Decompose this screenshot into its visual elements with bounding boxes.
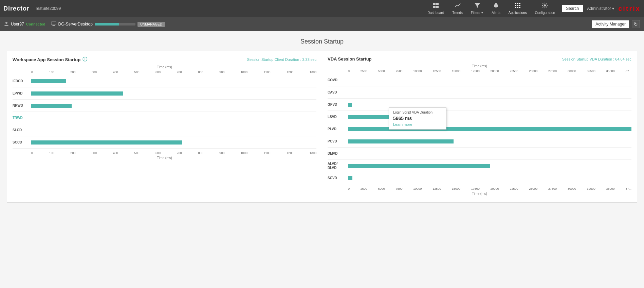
nav-configuration[interactable]: Configuration [535, 2, 555, 15]
row-label-cavd: CAVD [328, 90, 348, 94]
left-top-ticks: 0 100 200 300 400 500 600 700 800 900 10… [31, 70, 316, 74]
row-bar-alvd-dlvd [348, 164, 631, 168]
svg-rect-6 [515, 3, 516, 4]
table-row: DMVD [328, 148, 631, 160]
svg-rect-11 [519, 5, 520, 6]
dashboard-icon [433, 2, 439, 10]
left-chart-area: Time (ms) 0 100 200 300 400 500 600 700 … [13, 65, 316, 160]
svg-rect-18 [53, 25, 55, 26]
row-bar-lpwd [31, 91, 316, 96]
applications-icon [515, 2, 521, 10]
username: User97 [11, 22, 24, 27]
main-content: Session Startup Workspace App Session St… [0, 31, 644, 288]
svg-rect-10 [517, 5, 518, 6]
page-title: Session Startup [7, 38, 637, 45]
right-top-ticks: 0 2500 5000 7500 10000 12500 15000 17500… [348, 69, 631, 73]
right-panel-title: VDA Session Startup [328, 56, 372, 62]
search-button[interactable]: Search [562, 5, 583, 12]
row-label-dmvd: DMVD [328, 152, 348, 155]
bar-alvd-dlvd [348, 164, 490, 168]
row-label-covd: COVD [328, 78, 348, 82]
bar-gpvd [348, 103, 352, 107]
right-chart-area: Time (ms) 0 2500 5000 7500 10000 12500 1… [328, 64, 631, 196]
left-info-icon[interactable]: ⓘ [82, 56, 87, 63]
bar-ifdcd [31, 79, 66, 83]
user-icon [4, 21, 9, 27]
nav-dashboard[interactable]: Dashboard [427, 2, 444, 15]
svg-rect-13 [517, 7, 518, 8]
row-label-lpwd: LPWD [13, 91, 31, 95]
right-axis-label: Time (ms) [328, 64, 631, 68]
tooltip-learn-more-link[interactable]: Learn more [393, 122, 442, 126]
row-label-sccd: SCCD [13, 140, 31, 144]
trends-icon [455, 2, 461, 10]
row-label-ifdcd: IFDCD [13, 79, 31, 83]
nav-alerts[interactable]: Alerts [492, 2, 500, 15]
row-bar-gpvd [348, 103, 631, 107]
citrix-logo: citrix [618, 5, 641, 13]
svg-rect-9 [515, 5, 516, 6]
table-row: PLVD [328, 123, 631, 135]
refresh-button[interactable]: ↻ [632, 20, 640, 28]
machine-info: DG-ServerDesktop UNMANAGED [51, 21, 165, 27]
right-panel: VDA Session Startup Session Startup VDA … [322, 51, 637, 202]
left-axis-label-bottom: Time (ms) [13, 156, 316, 160]
table-row: PCVD [328, 135, 631, 148]
monitor-icon [51, 21, 56, 27]
row-label-pcvd: PCVD [328, 139, 348, 143]
session-bar: User97 Connected DG-ServerDesktop UNMANA… [0, 17, 644, 31]
table-row: SCCD [13, 136, 316, 149]
table-row: ALVD/DLVD [328, 160, 631, 172]
left-axis-label: Time (ms) [13, 65, 316, 69]
svg-rect-0 [433, 3, 436, 5]
row-label-plvd: PLVD [328, 127, 348, 131]
configuration-icon [542, 2, 548, 10]
bar-lpwd [31, 91, 123, 96]
table-row: LPWD [13, 87, 316, 100]
svg-rect-14 [519, 7, 520, 8]
tooltip-title: Login Script VDA Duration [393, 111, 442, 114]
table-row: SCVD [328, 172, 631, 184]
row-bar-trwd [31, 116, 316, 120]
session-progress-bar [95, 23, 135, 26]
alerts-icon [493, 2, 499, 10]
svg-point-16 [5, 22, 7, 24]
table-row: NRWD [13, 100, 316, 112]
nav-applications[interactable]: Applications [509, 2, 527, 15]
unmanaged-badge: UNMANAGED [137, 22, 165, 27]
left-bottom-ticks: 0 100 200 300 400 500 600 700 800 900 10… [31, 151, 316, 155]
svg-rect-3 [436, 6, 439, 8]
nav-icons: Dashboard Trends Filters ▼ Alerts [427, 2, 555, 15]
row-bar-scvd [348, 176, 631, 180]
row-label-scvd: SCVD [328, 176, 348, 180]
table-row: CAVD [328, 86, 631, 99]
nav-trends[interactable]: Trends [452, 2, 463, 15]
charts-container: Workspace App Session Startup ⓘ Session … [7, 51, 637, 203]
tooltip-value: 5665 ms [393, 116, 442, 121]
admin-dropdown[interactable]: Administrator ▾ [587, 6, 614, 11]
left-panel: Workspace App Session Startup ⓘ Session … [7, 51, 322, 202]
bar-scvd [348, 176, 352, 180]
machine-name: DG-ServerDesktop [58, 22, 93, 27]
top-navigation: Director TestSite20099 Dashboard Trends … [0, 0, 644, 17]
right-axis-label-bottom: Time (ms) [328, 192, 631, 196]
row-label-trwd[interactable]: TRWD [13, 116, 31, 120]
row-label-nrwd: NRWD [13, 104, 31, 107]
lsvd-tooltip: Login Script VDA Duration 5665 ms Learn … [389, 107, 446, 130]
activity-manager-button[interactable]: Activity Manager [592, 20, 629, 28]
nav-filters[interactable]: Filters ▼ [471, 2, 483, 15]
table-row: COVD [328, 74, 631, 86]
brand-name: Director [3, 5, 30, 12]
left-panel-header: Workspace App Session Startup ⓘ Session … [13, 56, 316, 63]
left-panel-title: Workspace App Session Startup ⓘ [13, 56, 87, 63]
filters-icon [474, 2, 480, 10]
svg-rect-8 [519, 3, 520, 4]
session-progress-fill [95, 23, 119, 26]
svg-rect-19 [52, 26, 55, 26]
svg-rect-1 [436, 3, 439, 5]
left-duration-label: Session Startup Client Duration : 3.33 s… [247, 57, 316, 62]
row-bar-sccd [31, 140, 316, 145]
row-bar-covd [348, 78, 631, 82]
svg-rect-5 [495, 7, 496, 8]
right-panel-header: VDA Session Startup Session Startup VDA … [328, 56, 631, 62]
